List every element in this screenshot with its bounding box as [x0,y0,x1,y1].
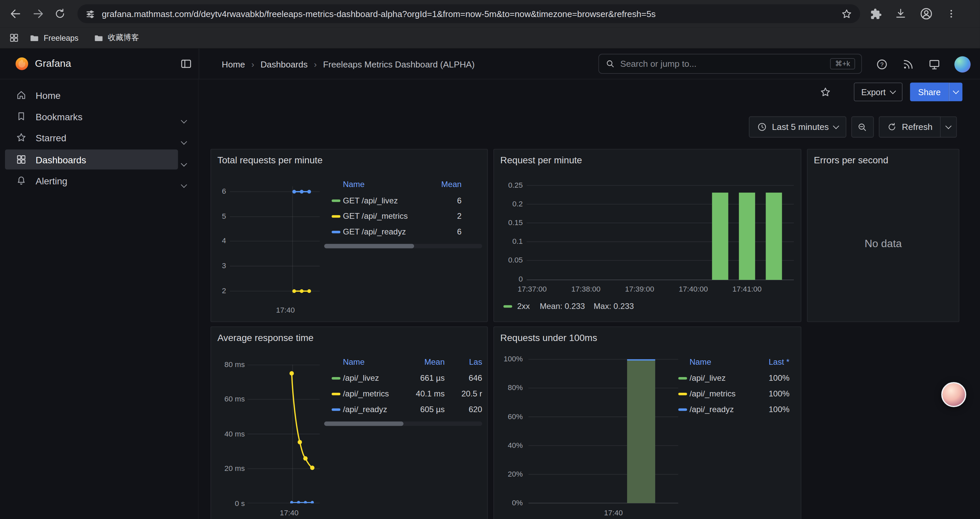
dashboard-content: Export Share Last 5 minutes [199,80,980,519]
chevron-down-icon[interactable] [182,135,186,146]
legend-scrollbar[interactable] [324,422,482,426]
url-text[interactable]: grafana.mathmast.com/d/deytv4rwavabkb/fr… [102,9,834,19]
user-avatar[interactable] [954,56,970,72]
y-axis-tick: 3 [215,261,226,271]
legend-header-last[interactable]: Last * [769,357,789,366]
refresh-interval-icon[interactable] [941,116,957,137]
plot-area[interactable] [528,359,678,504]
grafana-logo[interactable] [15,57,29,70]
chevron-down-icon[interactable] [182,157,186,168]
favorite-star-icon[interactable] [819,86,832,98]
legend-series-mean: 6 [457,196,461,205]
bookmark-folder-label[interactable]: Freeleaps [44,34,78,42]
profile-icon[interactable] [919,7,933,21]
back-icon[interactable] [9,7,22,21]
chevron-down-icon[interactable] [182,178,186,190]
breadcrumb-dashboards[interactable]: Dashboards [261,59,307,69]
chevron-down-icon[interactable] [182,114,186,125]
legend-series-name[interactable]: /api/_livez [689,374,725,383]
y-axis-tick: 6 [215,186,226,196]
legend-series-name[interactable]: /api/_readyz [343,405,387,414]
time-range-picker[interactable]: Last 5 minutes [749,116,846,137]
panel-title[interactable]: Requests under 100ms [500,332,597,343]
legend-header-name[interactable]: Name [689,357,711,366]
plot-area[interactable] [230,186,320,294]
legend-header-mean[interactable]: Mean [424,357,445,366]
browser-menu-icon[interactable] [946,8,957,19]
legend-series-name[interactable]: /api/_metrics [689,389,735,398]
legend-header-name[interactable]: Name [343,357,364,366]
legend-series-last: 620 [452,405,482,414]
y-axis-tick: 0.2 [498,199,523,209]
site-settings-icon[interactable] [85,8,96,19]
export-button[interactable]: Export [854,83,903,101]
sidebar-item-dashboards[interactable]: Dashboards [5,150,178,170]
forward-icon[interactable] [31,7,45,21]
share-button[interactable]: Share [910,83,949,101]
legend-series-name[interactable]: /api/_metrics [343,389,389,398]
reload-icon[interactable] [54,7,66,20]
zoom-out-icon[interactable] [851,116,873,137]
breadcrumb-home[interactable]: Home [222,59,245,69]
search-icon [605,59,615,69]
breadcrumb-separator: › [251,59,254,69]
sidebar-item-alerting[interactable]: Alerting [5,171,178,191]
legend-row: /api/_readyz 605 µs 620 [324,401,482,417]
panel-title[interactable]: Request per minute [500,155,582,165]
sidebar-item-home[interactable]: Home [5,85,178,105]
panel-title[interactable]: Average response time [218,332,313,343]
news-rss-icon[interactable] [902,58,914,70]
search-bar[interactable]: ⌘+k [598,54,862,74]
sidebar: Home Bookmarks Starred Dashboards Alerti… [0,80,199,519]
extensions-icon[interactable] [870,8,882,20]
display-icon[interactable] [928,58,941,70]
legend-row: /api/_metrics 100% [671,386,796,401]
legend-scrollbar[interactable] [324,244,482,248]
breadcrumb: Home › Dashboards › Freeleaps Metrics Da… [222,49,475,80]
x-axis-tick: 17:37:00 [510,284,554,293]
apps-grid-icon[interactable] [9,32,19,43]
star-icon [16,132,27,143]
legend-series-last: 100% [769,389,789,398]
legend-header-name[interactable]: Name [343,179,364,189]
plot-area[interactable] [527,185,794,280]
panel-legend: Name Mean Las /api/_livez 661 µs 646 /ap… [324,354,482,419]
floating-assistant-avatar[interactable] [941,382,966,407]
downloads-icon[interactable] [894,7,907,20]
legend-series-name[interactable]: /api/_readyz [689,405,734,414]
legend-series-name[interactable]: GET /api/_readyz [343,227,406,236]
share-dropdown-icon[interactable] [949,83,963,101]
plot-area[interactable] [248,365,320,504]
sidebar-collapse-icon[interactable] [180,57,192,70]
bookmark-folder[interactable]: 收藏博客 [88,31,144,45]
scrollbar-thumb[interactable] [324,422,403,426]
panel-title[interactable]: Total requests per minute [218,155,323,165]
series-color-swatch [332,377,340,379]
sidebar-item-bookmarks[interactable]: Bookmarks [5,106,178,126]
search-input[interactable] [620,59,825,69]
series-color-swatch [678,377,687,379]
legend-series-name[interactable]: GET /api/_livez [343,196,398,205]
legend-series-name[interactable]: /api/_livez [343,374,379,383]
panel-legend: 2xx Mean: 0.233 Max: 0.233 [503,302,643,311]
bookmark-folder-label[interactable]: 收藏博客 [108,32,139,43]
url-bar[interactable]: grafana.mathmast.com/d/deytv4rwavabkb/fr… [77,4,860,23]
grid [528,359,678,474]
refresh-button[interactable]: Refresh [879,116,941,137]
sidebar-item-starred[interactable]: Starred [5,128,178,148]
scrollbar-thumb[interactable] [324,244,414,248]
legend-series-name[interactable]: 2xx [517,302,530,311]
y-axis-tick: 0.1 [498,236,523,246]
legend-series-mean: 2 [457,211,461,221]
bookmark-icon [16,110,27,122]
bookmark-folder[interactable]: Freeleaps [24,31,83,45]
legend-header-last[interactable]: Las [452,357,482,366]
y-axis-tick: 5 [215,211,226,222]
bookmark-star-icon[interactable] [841,8,853,20]
help-icon[interactable]: ? [876,58,888,70]
y-axis-tick: 0 [498,274,523,284]
legend-header-mean[interactable]: Mean [441,179,461,189]
legend-series-name[interactable]: GET /api/_metrics [343,211,407,221]
refresh-icon [887,122,897,132]
bar-chart [528,359,678,504]
